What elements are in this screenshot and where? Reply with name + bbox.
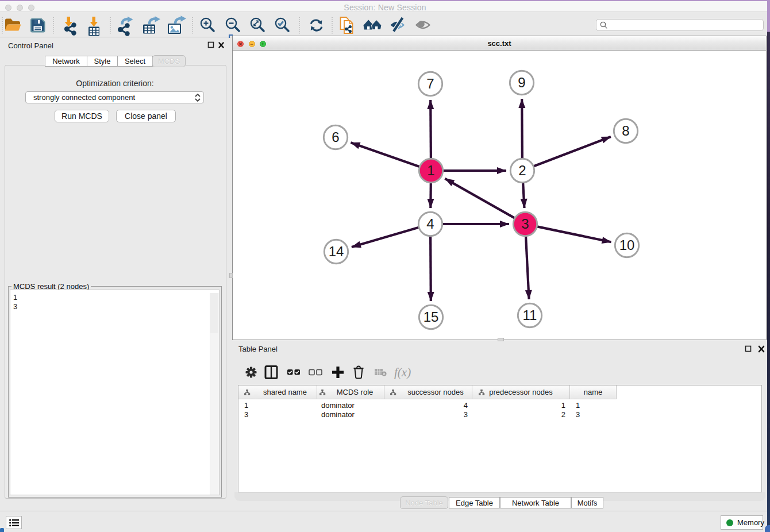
svg-text:7: 7: [426, 76, 434, 91]
svg-text:3: 3: [521, 216, 529, 232]
svg-text:9: 9: [518, 75, 525, 90]
svg-text:10: 10: [619, 237, 635, 253]
svg-text:14: 14: [329, 244, 344, 259]
svg-text:2: 2: [518, 163, 526, 178]
svg-text:11: 11: [523, 307, 537, 323]
svg-text:f(x): f(x): [394, 365, 411, 379]
svg-text:1: 1: [427, 163, 434, 178]
svg-text:15: 15: [424, 309, 439, 325]
svg-text:4: 4: [426, 216, 434, 232]
svg-text:6: 6: [332, 129, 339, 145]
svg-text:8: 8: [622, 123, 629, 138]
